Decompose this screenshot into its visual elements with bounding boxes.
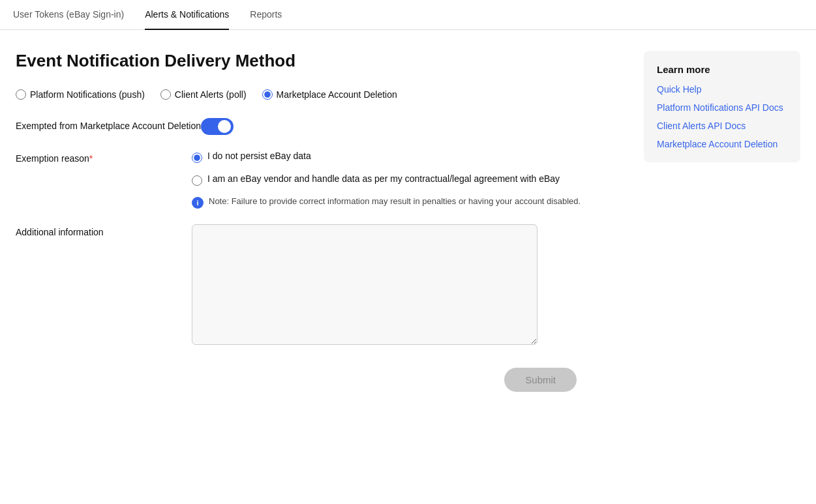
sidebar-title: Learn more (657, 64, 787, 75)
toggle-slider (201, 118, 234, 135)
exemption-reason-row: Exemption reason* I do not persist eBay … (16, 151, 628, 209)
exemption-reason-options: I do not persist eBay data I am an eBay … (192, 151, 628, 209)
sidebar: Learn more Quick Help Platform Notificat… (644, 51, 800, 392)
tab-alerts-notifications[interactable]: Alerts & Notifications (145, 0, 229, 30)
exemption-option-vendor-label: I am an eBay vendor and handle data as p… (207, 173, 560, 184)
radio-platform[interactable]: Platform Notifications (push) (16, 89, 145, 100)
form-section: Event Notification Delivery Method Platf… (16, 51, 628, 392)
radio-marketplace-label: Marketplace Account Deletion (277, 89, 397, 100)
exemption-option-vendor[interactable]: I am an eBay vendor and handle data as p… (192, 173, 628, 186)
additional-info-textarea[interactable] (192, 224, 537, 345)
exemption-label: Exempted from Marketplace Account Deleti… (16, 118, 201, 131)
radio-platform-input[interactable] (16, 89, 26, 100)
radio-platform-label: Platform Notifications (push) (30, 89, 145, 100)
sidebar-link-client-docs[interactable]: Client Alerts API Docs (657, 121, 787, 131)
exemption-row: Exempted from Marketplace Account Deleti… (16, 118, 628, 135)
sidebar-link-quick-help[interactable]: Quick Help (657, 84, 787, 95)
exemption-reason-label: Exemption reason* (16, 151, 192, 164)
additional-info-label: Additional information (16, 224, 192, 237)
exemption-option-no-persist-label: I do not persist eBay data (207, 151, 311, 161)
exemption-toggle[interactable] (201, 118, 234, 135)
submit-area: Submit (16, 368, 577, 392)
sidebar-card: Learn more Quick Help Platform Notificat… (644, 51, 800, 162)
exemption-radio-vendor[interactable] (192, 175, 202, 186)
delivery-method-group: Platform Notifications (push) Client Ale… (16, 89, 628, 100)
info-note: i Note: Failure to provide correct infor… (192, 196, 628, 209)
sidebar-link-marketplace-deletion[interactable]: Marketplace Account Deletion (657, 139, 787, 149)
required-marker: * (89, 153, 93, 164)
tab-user-tokens[interactable]: User Tokens (eBay Sign-in) (13, 0, 124, 30)
radio-client[interactable]: Client Alerts (poll) (160, 89, 247, 100)
submit-button[interactable]: Submit (504, 368, 577, 392)
exemption-options-list: I do not persist eBay data I am an eBay … (192, 151, 628, 186)
sidebar-links: Quick Help Platform Notifications API Do… (657, 84, 787, 149)
info-note-text: Note: Failure to provide correct informa… (209, 196, 581, 206)
exemption-radio-no-persist[interactable] (192, 153, 202, 163)
tab-navigation: User Tokens (eBay Sign-in) Alerts & Noti… (0, 0, 816, 30)
info-icon: i (192, 197, 204, 209)
radio-client-input[interactable] (160, 89, 171, 100)
page-title: Event Notification Delivery Method (16, 51, 628, 71)
exemption-option-no-persist[interactable]: I do not persist eBay data (192, 151, 628, 163)
tab-reports[interactable]: Reports (250, 0, 282, 30)
radio-client-label: Client Alerts (poll) (175, 89, 247, 100)
additional-info-row: Additional information (16, 224, 628, 347)
radio-marketplace[interactable]: Marketplace Account Deletion (262, 89, 397, 100)
sidebar-link-platform-docs[interactable]: Platform Notifications API Docs (657, 102, 787, 113)
radio-marketplace-input[interactable] (262, 89, 273, 100)
exemption-toggle-container (201, 118, 628, 135)
main-content: Event Notification Delivery Method Platf… (0, 30, 816, 408)
additional-info-control (192, 224, 628, 347)
